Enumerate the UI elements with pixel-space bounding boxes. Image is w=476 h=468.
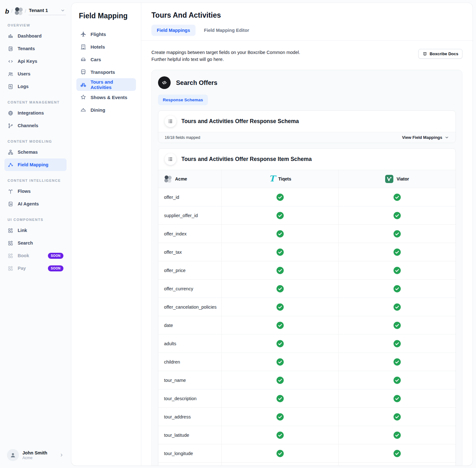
schema-card-title: Tours and Activities Offer Response Sche…: [181, 118, 299, 125]
nav-item-hotels[interactable]: Hotels: [76, 40, 136, 53]
sidebar-item-label: AI Agents: [18, 201, 39, 206]
column-label: Viator: [397, 176, 409, 181]
schema-card-title: Tours and Activities Offer Response Item…: [181, 156, 312, 163]
section-label-overview: OVERVIEW: [4, 23, 67, 27]
page-description: Create mappings between target fields on…: [151, 49, 300, 63]
sidebar-item-tenants[interactable]: Tenants: [4, 42, 67, 55]
section-label-content-management: CONTENT MANAGEMENT: [4, 100, 67, 104]
nav-item-dining[interactable]: Dining: [76, 104, 136, 116]
viator-mapping-cell: [338, 243, 455, 261]
tab-field-mapping-editor[interactable]: Field Mapping Editor: [199, 25, 255, 36]
book-icon: [422, 51, 427, 56]
tenant-name: Tenant 1: [29, 8, 48, 13]
nav-item-shows-events[interactable]: Shows & Events: [76, 91, 136, 104]
boxcribe-logo-icon[interactable]: b: [5, 8, 9, 15]
tiqets-mapping-cell: [221, 407, 338, 426]
viator-mapping-cell: [338, 188, 455, 206]
view-field-mappings-toggle[interactable]: View Field Mappings: [402, 135, 449, 140]
sidebar-item-integrations[interactable]: Integrations: [4, 107, 67, 119]
sidebar-item-flows[interactable]: Flows: [4, 185, 67, 198]
sidebar-item-label: Search: [18, 240, 33, 246]
sidebar-item-label: Field Mapping: [18, 162, 48, 167]
globe-icon: [8, 110, 14, 116]
mapping-table: Acme T Tiqets Viator offer_id supplier_o…: [158, 170, 455, 466]
tenants-icon: [8, 46, 14, 52]
nav-item-tours-and-activities[interactable]: Tours and Activities: [76, 78, 136, 91]
field-name-cell: [158, 462, 221, 466]
cloche-icon: [80, 107, 86, 113]
tiqets-mapping-cell: [221, 243, 338, 261]
nav-item-flights[interactable]: Flights: [76, 28, 136, 40]
acme-org-logo[interactable]: [15, 7, 23, 15]
chevron-down-icon: [60, 8, 65, 13]
branch-icon: [8, 123, 14, 129]
column-header-viator: Viator: [338, 170, 455, 188]
app-sidebar: b / / Tenant 1 OVERVIEW Dashboard Tenant…: [0, 0, 71, 468]
user-menu[interactable]: John Smith Acme: [4, 447, 67, 463]
check-icon: [393, 340, 401, 348]
sidebar-item-label: Dashboard: [18, 33, 42, 39]
sidebar-item-users[interactable]: Users: [4, 68, 67, 80]
nav-item-label: Shows & Events: [91, 95, 127, 100]
sidebar-item-pay[interactable]: Pay SOON: [4, 262, 67, 275]
field-name-cell: tour_address: [158, 407, 221, 426]
sidebar-item-channels[interactable]: Channels: [4, 119, 67, 132]
check-icon: [276, 376, 284, 384]
check-icon: [393, 248, 401, 256]
tiqets-mapping-cell: [221, 462, 338, 466]
field-name-cell: tour_latitude: [158, 426, 221, 444]
field-name-cell: offer_id: [158, 188, 221, 206]
field-name-cell: tour_name: [158, 371, 221, 389]
soon-badge: SOON: [48, 265, 63, 271]
acme-logo: [164, 175, 172, 183]
viator-mapping-cell: [338, 279, 455, 298]
sidebar-item-label: Flows: [18, 189, 31, 194]
car-icon: [80, 56, 86, 62]
sidebar-item-field-mapping[interactable]: Field Mapping: [4, 158, 67, 171]
viator-mapping-cell: [338, 462, 455, 466]
check-icon: [393, 193, 401, 201]
sidebar-item-link[interactable]: Link: [4, 224, 67, 237]
sidebar-item-label: Api Keys: [18, 59, 37, 64]
sidebar-item-search[interactable]: Search: [4, 237, 67, 249]
check-icon: [276, 266, 284, 275]
logs-icon: [8, 84, 14, 90]
check-icon: [393, 266, 401, 275]
chevron-right-icon: [59, 453, 64, 458]
field-name-cell: date: [158, 316, 221, 334]
nav-item-label: Hotels: [91, 44, 105, 50]
tiqets-mapping-cell: [221, 261, 338, 279]
nav-item-transports[interactable]: Transports: [76, 66, 136, 78]
sidebar-item-logs[interactable]: Logs: [4, 80, 67, 93]
check-icon: [393, 211, 401, 220]
sidebar-item-schemas[interactable]: Schemas: [4, 146, 67, 158]
sidebar-item-dashboard[interactable]: Dashboard: [4, 30, 67, 42]
code-icon: [158, 76, 171, 89]
check-icon: [393, 376, 401, 384]
components-icon: [8, 240, 14, 246]
boxcribe-docs-button[interactable]: Boxcribe Docs: [418, 49, 462, 59]
check-icon: [276, 303, 284, 311]
sidebar-item-ai-agents[interactable]: AI Agents: [4, 198, 67, 210]
nav-item-label: Tours and Activities: [91, 79, 132, 90]
main-panel: Field Mapping Flights Hotels Cars Transp…: [71, 3, 473, 466]
tiqets-mapping-cell: [221, 389, 338, 407]
tab-field-mappings[interactable]: Field Mappings: [151, 25, 196, 36]
sidebar-item-label: Pay: [18, 266, 26, 271]
sidebar-item-book[interactable]: Book SOON: [4, 249, 67, 262]
check-icon: [276, 230, 284, 238]
flows-icon: [8, 188, 14, 194]
check-icon: [276, 193, 284, 201]
tenant-selector[interactable]: Tenant 1: [28, 7, 66, 15]
viator-mapping-cell: [338, 298, 455, 316]
sidebar-item-api-keys[interactable]: Api Keys: [4, 55, 67, 68]
tiqets-mapping-cell: [221, 371, 338, 389]
fields-mapped-count: 16/18 fields mapped: [165, 135, 200, 140]
sidebar-item-label: Users: [18, 71, 30, 76]
dashboard-icon: [8, 33, 14, 39]
user-name: John Smith: [22, 450, 47, 456]
nav-item-cars[interactable]: Cars: [76, 53, 136, 66]
sidebar-item-label: Schemas: [18, 150, 38, 155]
viator-mapping-cell: [338, 224, 455, 243]
response-schemas-chip[interactable]: Response Schemas: [158, 95, 208, 105]
